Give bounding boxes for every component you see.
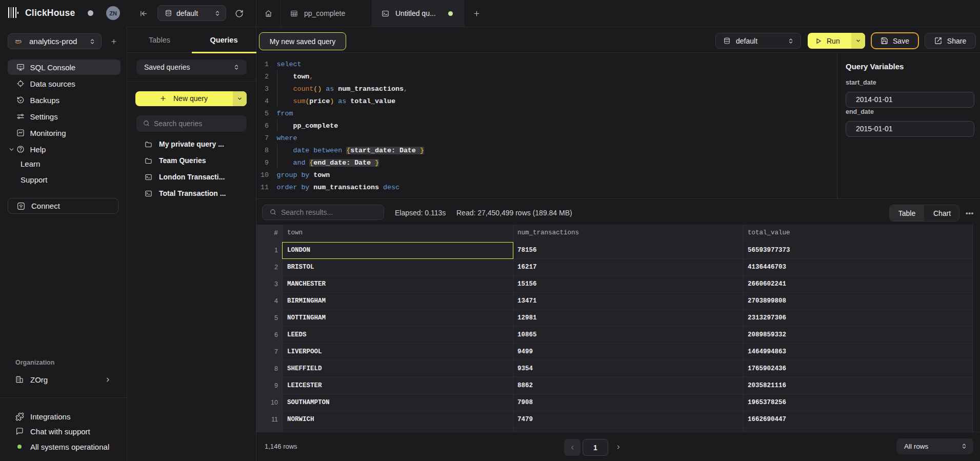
- svg-text:aws: aws: [15, 38, 22, 42]
